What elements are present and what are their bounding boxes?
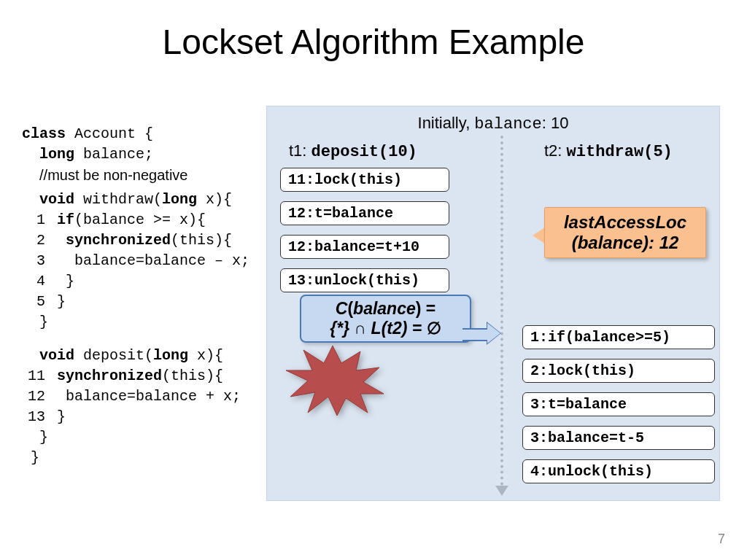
execution-panel: Initially, balance: 10 t1: deposit(10) t… <box>266 106 720 501</box>
timeline-line <box>500 136 503 486</box>
initial-state: Initially, balance: 10 <box>267 114 719 133</box>
t2-step-1: 1:if(balance>=5) <box>522 325 715 349</box>
page-title: Lockset Algorithm Example <box>0 22 747 62</box>
page-number: 7 <box>718 532 725 547</box>
code-listing: class Account { long balance; //must be … <box>22 124 249 468</box>
last-access-callout: lastAccessLoc (balance): 12 <box>544 207 706 258</box>
starburst-icon <box>274 340 391 420</box>
thread1-header: t1: deposit(10) <box>289 141 417 161</box>
thread2-header: t2: withdraw(5) <box>544 141 673 161</box>
t2-step-4: 4:unlock(this) <box>522 459 715 483</box>
t2-step-3a: 3:t=balance <box>522 392 715 416</box>
t1-step-12a: 12:t=balance <box>280 201 449 225</box>
timeline-arrowhead-icon <box>495 486 508 496</box>
t2-step-2: 2:lock(this) <box>522 359 715 383</box>
svg-marker-0 <box>286 346 384 416</box>
t2-step-3b: 3:balance=t-5 <box>522 426 715 450</box>
t1-step-12b: 12:balance=t+10 <box>280 235 449 259</box>
cset-arrow-icon <box>462 325 499 341</box>
t1-step-11: 11:lock(this) <box>280 168 449 192</box>
t1-step-13: 13:unlock(this) <box>280 268 449 292</box>
cset-box: C(balance) = {*} ∩ L(t2) = ∅ <box>300 295 471 343</box>
